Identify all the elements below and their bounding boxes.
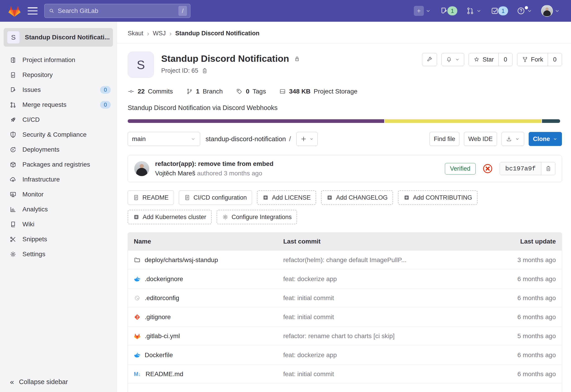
commit-message-link[interactable]: feat: dockerize app: [283, 351, 481, 359]
sidebar: S Standup Discord Notificati... Project …: [0, 22, 117, 392]
download-button[interactable]: [501, 132, 524, 146]
sidebar-item-cicd[interactable]: CI/CD: [0, 112, 117, 127]
user-avatar: [541, 5, 553, 17]
issues-count-badge: 0: [100, 86, 111, 94]
tags-stat[interactable]: 0Tags: [236, 88, 266, 95]
search-input[interactable]: Search GitLab /: [44, 4, 190, 18]
branches-stat[interactable]: 1Branch: [186, 88, 223, 95]
sidebar-item-packages-registries[interactable]: Packages and registries: [0, 157, 117, 172]
sidebar-item-deployments[interactable]: Deployments: [0, 142, 117, 157]
sidebar-item-label: Security & Compliance: [22, 131, 86, 138]
folder-icon: [134, 257, 141, 264]
readme-button[interactable]: README: [128, 190, 174, 205]
breadcrumb: Skaut › WSJ › Standup Discord Notificati…: [117, 22, 571, 43]
todos-nav-button[interactable]: 1: [490, 6, 508, 15]
search-placeholder: Search GitLab: [58, 7, 175, 14]
user-menu-button[interactable]: [541, 5, 560, 17]
merge-requests-nav-button[interactable]: [466, 7, 482, 15]
project-id-label: Project ID: 65: [161, 67, 198, 74]
branch-icon: [186, 88, 193, 95]
copy-sha-button[interactable]: [541, 162, 555, 175]
breadcrumb-current: Standup Discord Notification: [175, 30, 259, 37]
repo-path-root[interactable]: standup-discord-notification: [206, 135, 286, 143]
issues-nav-button[interactable]: 1: [440, 6, 457, 15]
breadcrumb-subgroup-link[interactable]: WSJ: [153, 30, 166, 37]
sidebar-item-label: Deployments: [22, 146, 59, 153]
last-update: 5 months ago: [481, 333, 556, 340]
file-link[interactable]: .dockerignore: [134, 275, 283, 283]
sidebar-item-merge-requests[interactable]: Merge requests 0: [0, 97, 117, 112]
add-file-button[interactable]: [296, 132, 318, 146]
sidebar-item-settings[interactable]: Settings: [0, 247, 117, 262]
commit-message-link[interactable]: refactor: rename chart to charts [ci ski…: [283, 333, 481, 340]
file-link[interactable]: .gitignore: [134, 313, 283, 321]
cicd-configuration-button[interactable]: CI/CD configuration: [179, 190, 252, 205]
pipeline-failed-icon[interactable]: [483, 163, 493, 174]
last-update: 6 months ago: [481, 313, 556, 321]
sidebar-item-label: Packages and registries: [22, 161, 90, 168]
chevron-down-icon: [309, 137, 314, 141]
lock-icon: [294, 56, 300, 62]
commit-title-link[interactable]: refactor(app): remove time from embed: [155, 160, 273, 168]
commit-message-link[interactable]: feat: initial commit: [283, 370, 481, 378]
commit-message-link[interactable]: feat: initial commit: [283, 294, 481, 302]
find-file-button[interactable]: Find file: [429, 132, 460, 146]
issues-icon: [10, 86, 16, 94]
clone-button[interactable]: Clone: [529, 132, 562, 146]
add-contributing-button[interactable]: Add CONTRIBUTING: [398, 190, 477, 205]
sidebar-item-wiki[interactable]: Wiki: [0, 217, 117, 232]
sidebar-item-snippets[interactable]: Snippets: [0, 232, 117, 247]
collapse-sidebar-button[interactable]: « Collapse sidebar: [10, 378, 68, 386]
notifications-button[interactable]: [442, 53, 464, 66]
copy-project-id-icon[interactable]: [201, 68, 208, 74]
storage-stat[interactable]: 348 KBProject Storage: [279, 88, 357, 95]
commits-stat[interactable]: 22Commits: [128, 88, 173, 95]
sidebar-item-issues[interactable]: Issues 0: [0, 82, 117, 97]
commit-message-link[interactable]: refactor(helm): change default ImagePull…: [283, 256, 481, 264]
gitlab-logo-icon[interactable]: [8, 5, 21, 17]
sidebar-item-infrastructure[interactable]: Infrastructure: [0, 172, 117, 187]
fork-count[interactable]: 0: [548, 53, 562, 66]
search-icon: [49, 8, 55, 14]
sidebar-item-security-compliance[interactable]: Security & Compliance: [0, 127, 117, 142]
star-button[interactable]: Star 0: [469, 53, 513, 66]
menu-hamburger-icon[interactable]: [28, 7, 38, 14]
commit-author-name[interactable]: Vojtěch Mareš: [155, 170, 195, 177]
file-link[interactable]: deploy/charts/wsj-standup: [134, 256, 283, 264]
add-kubernetes-cluster-button[interactable]: Add Kubernetes cluster: [128, 210, 212, 224]
web-ide-button[interactable]: Web IDE: [464, 132, 497, 146]
configure-integrations-button[interactable]: Configure Integrations: [217, 210, 297, 224]
commit-message-link[interactable]: feat: dockerize app: [283, 275, 481, 283]
new-menu-button[interactable]: [414, 6, 431, 16]
languages-bar[interactable]: [128, 119, 560, 123]
admin-wrench-button[interactable]: [422, 53, 437, 66]
star-count[interactable]: 0: [498, 53, 512, 66]
help-menu-button[interactable]: [517, 7, 532, 15]
git-icon: [134, 314, 141, 321]
fork-button[interactable]: Fork 0: [517, 53, 562, 66]
breadcrumb-group-link[interactable]: Skaut: [128, 30, 143, 37]
file-link[interactable]: .editorconfig: [134, 294, 283, 302]
add-changelog-button[interactable]: Add CHANGELOG: [321, 190, 393, 205]
file-link[interactable]: M↓ README.md: [134, 370, 283, 378]
help-icon: [517, 7, 525, 15]
add-license-button[interactable]: Add LICENSE: [257, 190, 316, 205]
project-stats: 22Commits 1Branch 0Tags 348 KBProject St…: [117, 78, 571, 95]
sidebar-item-monitor[interactable]: Monitor: [0, 187, 117, 202]
book-icon: [10, 221, 16, 228]
file-link[interactable]: .gitlab-ci.yml: [134, 333, 283, 340]
tag-icon: [236, 88, 243, 95]
branch-selector[interactable]: main: [128, 132, 200, 146]
sidebar-item-repository[interactable]: Repository: [0, 68, 117, 82]
sidebar-item-analytics[interactable]: Analytics: [0, 202, 117, 217]
verified-badge[interactable]: Verified: [445, 163, 476, 174]
language-segment: [542, 119, 560, 123]
file-link[interactable]: Dockerfile: [134, 351, 283, 359]
table-row: deploy/charts/wsj-standup refactor(helm)…: [128, 250, 562, 269]
sidebar-item-project-information[interactable]: Project information: [0, 53, 117, 68]
merge-request-icon: [10, 101, 16, 108]
language-segment: [128, 119, 384, 123]
commit-author-avatar[interactable]: [134, 161, 149, 176]
commit-message-link[interactable]: feat: initial commit: [283, 313, 481, 321]
sidebar-project-header[interactable]: S Standup Discord Notificati...: [4, 28, 113, 47]
